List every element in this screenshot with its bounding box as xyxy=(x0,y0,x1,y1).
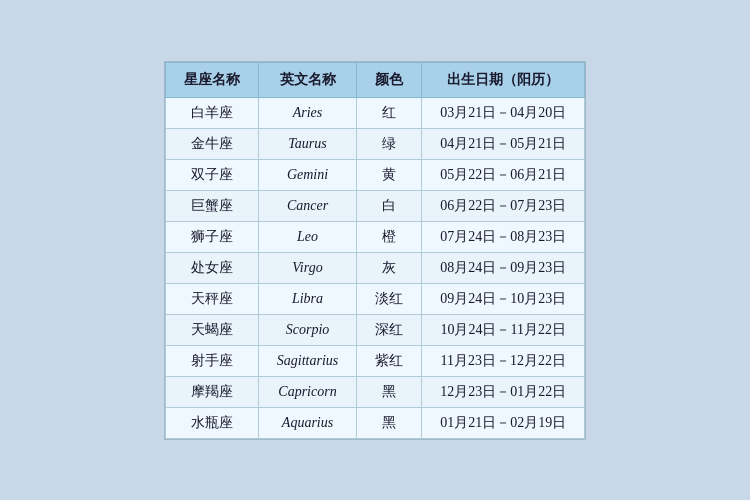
cell-color: 橙 xyxy=(357,221,422,252)
cell-english-name: Leo xyxy=(258,221,356,252)
cell-dates: 04月21日－05月21日 xyxy=(422,128,585,159)
cell-english-name: Virgo xyxy=(258,252,356,283)
cell-english-name: Aquarius xyxy=(258,407,356,438)
cell-color: 深红 xyxy=(357,314,422,345)
cell-color: 白 xyxy=(357,190,422,221)
header-row: 星座名称 英文名称 颜色 出生日期（阳历） xyxy=(165,62,584,97)
cell-dates: 10月24日－11月22日 xyxy=(422,314,585,345)
cell-chinese-name: 双子座 xyxy=(165,159,258,190)
cell-english-name: Cancer xyxy=(258,190,356,221)
cell-color: 红 xyxy=(357,97,422,128)
cell-color: 黑 xyxy=(357,376,422,407)
cell-dates: 07月24日－08月23日 xyxy=(422,221,585,252)
cell-color: 淡红 xyxy=(357,283,422,314)
cell-dates: 08月24日－09月23日 xyxy=(422,252,585,283)
cell-dates: 01月21日－02月19日 xyxy=(422,407,585,438)
cell-chinese-name: 射手座 xyxy=(165,345,258,376)
cell-dates: 05月22日－06月21日 xyxy=(422,159,585,190)
col-header-color: 颜色 xyxy=(357,62,422,97)
table-row: 白羊座Aries红03月21日－04月20日 xyxy=(165,97,584,128)
col-header-chinese: 星座名称 xyxy=(165,62,258,97)
cell-english-name: Libra xyxy=(258,283,356,314)
col-header-english: 英文名称 xyxy=(258,62,356,97)
table-row: 处女座Virgo灰08月24日－09月23日 xyxy=(165,252,584,283)
cell-dates: 03月21日－04月20日 xyxy=(422,97,585,128)
zodiac-table-container: 星座名称 英文名称 颜色 出生日期（阳历） 白羊座Aries红03月21日－04… xyxy=(164,61,586,440)
table-row: 双子座Gemini黄05月22日－06月21日 xyxy=(165,159,584,190)
cell-color: 黄 xyxy=(357,159,422,190)
table-row: 天蝎座Scorpio深红10月24日－11月22日 xyxy=(165,314,584,345)
cell-chinese-name: 天秤座 xyxy=(165,283,258,314)
zodiac-table: 星座名称 英文名称 颜色 出生日期（阳历） 白羊座Aries红03月21日－04… xyxy=(165,62,585,439)
cell-dates: 12月23日－01月22日 xyxy=(422,376,585,407)
cell-chinese-name: 天蝎座 xyxy=(165,314,258,345)
cell-color: 灰 xyxy=(357,252,422,283)
cell-chinese-name: 巨蟹座 xyxy=(165,190,258,221)
cell-english-name: Sagittarius xyxy=(258,345,356,376)
cell-color: 绿 xyxy=(357,128,422,159)
cell-english-name: Capricorn xyxy=(258,376,356,407)
cell-english-name: Aries xyxy=(258,97,356,128)
cell-color: 紫红 xyxy=(357,345,422,376)
cell-dates: 11月23日－12月22日 xyxy=(422,345,585,376)
cell-chinese-name: 白羊座 xyxy=(165,97,258,128)
cell-english-name: Gemini xyxy=(258,159,356,190)
cell-chinese-name: 水瓶座 xyxy=(165,407,258,438)
cell-dates: 09月24日－10月23日 xyxy=(422,283,585,314)
cell-chinese-name: 狮子座 xyxy=(165,221,258,252)
table-row: 水瓶座Aquarius黑01月21日－02月19日 xyxy=(165,407,584,438)
table-body: 白羊座Aries红03月21日－04月20日金牛座Taurus绿04月21日－0… xyxy=(165,97,584,438)
table-row: 射手座Sagittarius紫红11月23日－12月22日 xyxy=(165,345,584,376)
cell-english-name: Taurus xyxy=(258,128,356,159)
cell-chinese-name: 处女座 xyxy=(165,252,258,283)
table-header: 星座名称 英文名称 颜色 出生日期（阳历） xyxy=(165,62,584,97)
col-header-dates: 出生日期（阳历） xyxy=(422,62,585,97)
cell-chinese-name: 摩羯座 xyxy=(165,376,258,407)
cell-english-name: Scorpio xyxy=(258,314,356,345)
table-row: 天秤座Libra淡红09月24日－10月23日 xyxy=(165,283,584,314)
cell-chinese-name: 金牛座 xyxy=(165,128,258,159)
table-row: 狮子座Leo橙07月24日－08月23日 xyxy=(165,221,584,252)
table-row: 金牛座Taurus绿04月21日－05月21日 xyxy=(165,128,584,159)
table-row: 巨蟹座Cancer白06月22日－07月23日 xyxy=(165,190,584,221)
table-row: 摩羯座Capricorn黑12月23日－01月22日 xyxy=(165,376,584,407)
cell-dates: 06月22日－07月23日 xyxy=(422,190,585,221)
cell-color: 黑 xyxy=(357,407,422,438)
